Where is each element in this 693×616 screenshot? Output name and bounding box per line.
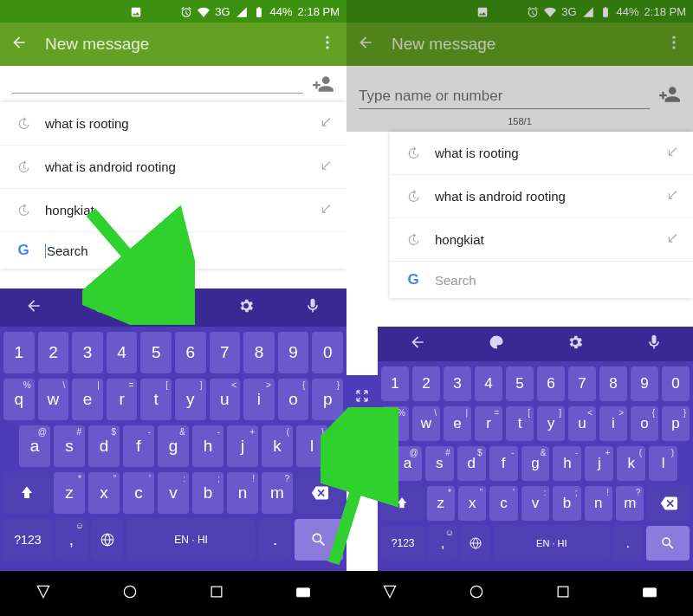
back-icon[interactable] (357, 34, 374, 55)
expand-keyboard-button[interactable] (346, 375, 378, 417)
nav-recent-icon[interactable] (554, 583, 572, 604)
suggestion-row[interactable]: what is android rooting (0, 146, 346, 189)
key[interactable]: -h (192, 425, 223, 467)
key[interactable]: 6 (175, 332, 206, 373)
recipient-input[interactable] (359, 84, 650, 109)
palette-icon[interactable] (92, 297, 109, 318)
gear-icon[interactable] (567, 334, 584, 354)
key[interactable]: 3 (72, 332, 103, 373)
key[interactable]: 0 (662, 366, 690, 401)
key[interactable]: {o (278, 379, 309, 420)
key[interactable]: 'c (489, 486, 517, 521)
suggestion-row[interactable]: hongkiat (0, 189, 346, 232)
key[interactable]: 8 (599, 366, 627, 401)
key[interactable]: |e (72, 379, 103, 420)
recipient-input-stub[interactable] (12, 78, 303, 94)
nav-back-icon[interactable] (35, 583, 52, 604)
key[interactable]: 'c (123, 472, 154, 514)
space-key[interactable]: EN · HI (494, 526, 610, 561)
kb-back-icon[interactable] (25, 297, 42, 318)
one-handed-icon[interactable] (159, 292, 187, 323)
key[interactable]: $d (88, 425, 120, 467)
nav-keyboard-icon[interactable] (295, 583, 312, 604)
key[interactable]: %q (3, 379, 35, 420)
key[interactable]: [t (506, 406, 534, 441)
insert-icon[interactable] (667, 146, 679, 160)
key[interactable]: ]y (537, 406, 565, 441)
add-contact-icon[interactable] (312, 73, 334, 99)
insert-icon[interactable] (321, 203, 333, 217)
key[interactable]: @a (19, 425, 50, 467)
language-key[interactable] (461, 526, 490, 561)
search-key[interactable] (646, 526, 690, 561)
palette-icon[interactable] (488, 334, 505, 354)
period-key[interactable]: . (259, 519, 291, 561)
key[interactable]: ?m (616, 486, 644, 521)
space-key[interactable]: EN · HI (126, 519, 256, 561)
key[interactable]: ?m (262, 472, 293, 514)
key[interactable]: 8 (243, 332, 275, 373)
language-key[interactable] (91, 519, 123, 561)
key[interactable]: "x (88, 472, 120, 514)
key[interactable]: (k (262, 425, 293, 467)
key[interactable]: ;b (553, 486, 580, 521)
symbols-key[interactable]: ?123 (381, 526, 424, 561)
key[interactable]: @a (393, 446, 422, 481)
suggestion-row[interactable]: what is rooting (0, 102, 346, 146)
overflow-icon[interactable] (665, 34, 683, 55)
key[interactable]: =r (475, 406, 502, 441)
nav-home-icon[interactable] (121, 583, 139, 604)
key[interactable]: #s (54, 425, 85, 467)
key[interactable]: (k (617, 446, 645, 481)
key[interactable]: 9 (631, 366, 658, 401)
key[interactable]: #s (425, 446, 454, 481)
key[interactable]: <u (568, 406, 596, 441)
key[interactable]: 7 (210, 332, 241, 373)
comma-key[interactable]: ☺, (428, 526, 457, 561)
key[interactable]: *z (54, 472, 85, 514)
key[interactable]: \w (38, 379, 69, 420)
key[interactable]: -h (553, 446, 581, 481)
key[interactable]: 9 (278, 332, 309, 373)
key[interactable]: +j (227, 425, 258, 467)
key[interactable]: >i (243, 379, 275, 420)
key[interactable]: *z (427, 486, 455, 521)
suggestion-row[interactable]: hongkiat (390, 218, 693, 262)
key[interactable]: <u (210, 379, 241, 420)
key[interactable]: =r (107, 379, 138, 420)
key[interactable]: !n (585, 486, 612, 521)
back-icon[interactable] (10, 34, 28, 55)
key[interactable]: [t (140, 379, 172, 420)
key[interactable]: !n (227, 472, 258, 514)
key[interactable]: ]y (175, 379, 206, 420)
insert-icon[interactable] (667, 232, 679, 247)
insert-icon[interactable] (321, 116, 333, 131)
nav-home-icon[interactable] (468, 583, 485, 604)
nav-keyboard-icon[interactable] (641, 583, 658, 604)
key[interactable]: 7 (568, 366, 596, 401)
comma-key[interactable]: ☺, (55, 519, 87, 561)
key[interactable]: -f (489, 446, 518, 481)
google-search-row[interactable]: G Search (0, 232, 346, 269)
mic-icon[interactable] (645, 334, 663, 354)
key[interactable]: &g (158, 425, 189, 467)
nav-back-icon[interactable] (381, 583, 398, 604)
key[interactable]: :v (158, 472, 189, 514)
suggestion-row[interactable]: what is android rooting (390, 175, 693, 218)
search-key[interactable] (295, 519, 343, 561)
backspace-key[interactable] (296, 472, 343, 514)
key[interactable]: )l (296, 425, 327, 467)
key[interactable]: }p (662, 406, 690, 441)
insert-icon[interactable] (667, 189, 679, 204)
kb-back-icon[interactable] (409, 334, 426, 354)
key[interactable]: \w (412, 406, 440, 441)
symbols-key[interactable]: ?123 (3, 519, 52, 561)
key[interactable]: 5 (140, 332, 172, 373)
backspace-key[interactable] (647, 486, 690, 521)
key[interactable]: +j (585, 446, 613, 481)
key[interactable]: 0 (312, 332, 343, 373)
suggestion-row[interactable]: what is rooting (390, 132, 693, 175)
mic-icon[interactable] (304, 297, 321, 318)
key[interactable]: >i (599, 406, 627, 441)
key[interactable]: $d (457, 446, 486, 481)
